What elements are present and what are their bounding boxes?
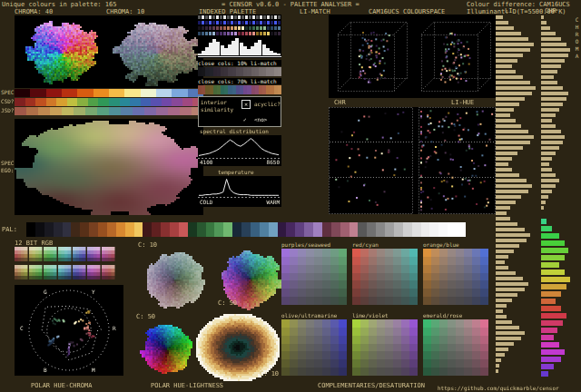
close70-strip-canvas [198,85,281,94]
interior-similarity-panel: interior similarity ✕ acyclic? ✓ <no> [198,96,281,127]
chroma-10-label: CHROMA: 10 [106,8,144,15]
temperature-canvas [198,176,281,198]
hue-letter-g: G [44,289,47,295]
indexed-palette-canvas [198,15,281,58]
chr-scatter-label: CHR [334,99,346,106]
temperature-warm-label: WARM [267,199,280,205]
spectral-min-label: 4100 [200,159,212,165]
acyclic-no-button[interactable]: <no> [254,116,267,122]
spectral-distribution-title: spectral distribution [200,128,269,134]
hue-letter-m: M [92,367,95,373]
polar-c50-wheel-canvas [134,321,198,376]
twelve-bit-rgb-label: 12 BIT RGB [15,240,53,247]
temperature-panel: COLD WARM [198,176,281,207]
spec-ego-label-1: SPEC [1,160,14,166]
temperature-title: temperature [218,169,254,175]
jsd-row-label: JSD? [1,107,14,113]
polar-hue-lightness-label: POLAR HUE-LIGHTNESS [151,382,223,389]
complementary-4-label: lime/violet [352,312,389,318]
complementary-5-canvas [423,319,488,376]
hue-hist-canvas [541,218,572,377]
acyclic-check-icon: ✓ [243,116,247,122]
temperature-cold-label: COLD [200,199,212,205]
complementary-5-label: emerald/rose [423,312,462,318]
interior-label: interior [201,99,227,105]
complementary-3-canvas [281,319,347,376]
close10-strip-canvas [198,67,281,76]
hue-letter-c: C [20,325,24,331]
unique-colours-label: Unique colours in palette: 165 [2,1,116,8]
chr-lihue-scatter-canvas [329,107,496,214]
hue-letter-b: B [44,367,47,373]
chroma-40-label: CHROMA: 40 [15,8,53,15]
c50-label-bottom: C: 50 [136,313,155,320]
spectral-max-label: 8650 [267,159,280,165]
hue-letter-r: R [113,325,116,331]
complementary-4-canvas [352,319,418,376]
complementary-0-canvas [281,249,347,305]
spectral-canvas [198,135,281,159]
similarity-label: similarity [201,106,233,113]
chr-hist-canvas [541,15,572,214]
complementary-2-label: orange/blue [423,241,459,248]
li-column-header: LI [505,7,512,15]
complementary-1-canvas [352,249,418,305]
rgb12-swatches-canvas [15,247,118,281]
close-cols-70-label: close cols: 70% li-match [198,78,281,84]
close-cols-10-label: close cols: 10% li-match [198,60,281,66]
complementary-3-label: olive/ultramarine [281,312,337,318]
spec-strips-canvas [15,89,203,116]
polar-c10-canvas [136,249,212,310]
li-hue-scatter-label: LI-HUE [451,99,474,106]
complementary-2-canvas [423,249,488,305]
repo-url-link[interactable]: https://github.com/quickmarble/censor [438,385,559,391]
complementary-0-label: purples/seaweed [281,241,330,248]
interior-similarity-checkbox[interactable]: ✕ [241,100,251,109]
c10-label-bottom: C: 10 [260,370,279,377]
lightness-blob-canvas [15,119,203,215]
spec-ego-label-2: EGO: [1,167,14,173]
c10-label-top: C: 10 [138,241,157,249]
pal-label: PAL: [2,226,17,233]
chroma-blobs-canvas [15,15,203,88]
li-hist-canvas [496,15,537,377]
app-title: = CENSOR v0.6.0 - PALETTE ANALYSER = [222,1,359,8]
polar-hue-chroma-label: POLAR HUE-CHROMA [31,382,92,389]
acyclic-label: acyclic? [254,101,281,107]
colourspace-cubes-canvas [329,15,496,98]
csd-row-label: CSD? [1,98,14,104]
polar-hue-chroma-canvas [15,285,123,376]
chr-column-header: CHR [545,7,556,15]
spectral-panel: 4100 8650 [198,135,281,166]
chroma-axis-vertical-label: CHROMA [574,16,580,60]
li-match-label: LI-MATCH [300,8,330,15]
complementaries-label: COMPLEMENTARIES/DESATURATION [318,382,425,389]
censor-palette-analyser: Unique colours in palette: 165 = CENSOR … [0,0,581,392]
c50-label-top: C: 50 [218,299,237,307]
pal-strip-canvas [26,222,466,237]
complementary-1-label: red/cyan [352,241,379,248]
spec-row-label: SPEC [1,89,14,95]
hue-letter-y: Y [92,289,95,295]
